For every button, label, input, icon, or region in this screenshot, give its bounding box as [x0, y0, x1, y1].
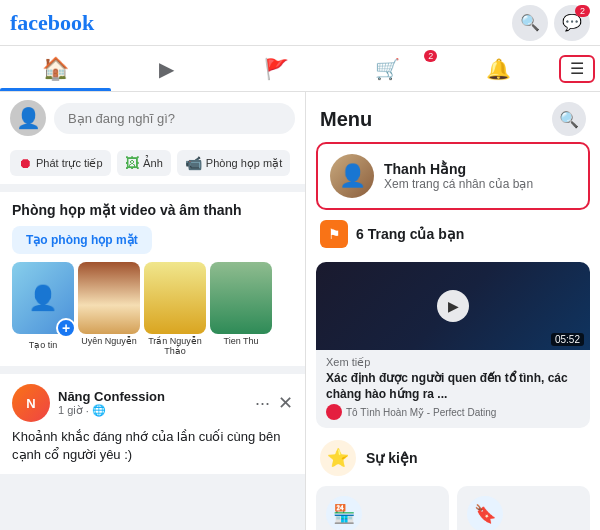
tab-home[interactable]: 🏠 [0, 46, 111, 91]
search-icon-button[interactable]: 🔍 [512, 5, 548, 41]
story-item-1[interactable]: Uyên Nguyễn [78, 262, 140, 356]
tab-watch[interactable]: ▶ [111, 46, 222, 91]
pages-icon: ⚑ [320, 220, 348, 248]
tab-bell[interactable]: 🔔 [443, 46, 554, 91]
menu-search-button[interactable]: 🔍 [552, 102, 586, 136]
profile-avatar: 👤 [330, 154, 374, 198]
messenger-badge: 2 [575, 5, 590, 17]
story-name-3: Tien Thu [210, 336, 272, 346]
tab-marketplace[interactable]: 🛒 2 [332, 46, 443, 91]
profile-item[interactable]: 👤 Thanh Hằng Xem trang cá nhân của bạn [316, 142, 590, 210]
post-time-icon: · [86, 405, 89, 417]
left-panel: 👤 ⏺ Phát trực tiếp 🖼 Ảnh 📹 Phòng họp mặt… [0, 92, 305, 530]
menu-item-saved[interactable]: 🔖 Đã lưu 9 mới [457, 486, 590, 530]
post-page-name: Năng Confession [58, 389, 247, 404]
saved-icon: 🔖 [467, 496, 503, 530]
tab-menu[interactable]: ☰ [554, 46, 600, 91]
story-name-1: Uyên Nguyễn [78, 336, 140, 346]
globe-icon: 🌐 [92, 404, 106, 417]
user-avatar: 👤 [10, 100, 46, 136]
profile-info: Thanh Hằng Xem trang cá nhân của bạn [384, 161, 533, 191]
events-label: Sự kiện [366, 450, 417, 466]
post-avatar: N [12, 384, 50, 422]
status-input[interactable] [54, 103, 295, 134]
marketplace-icon: 🏪 [326, 496, 362, 530]
more-options-icon[interactable]: ··· [255, 393, 270, 414]
video-source: Tô Tình Hoàn Mỹ - Perfect Dating [346, 407, 496, 418]
tab-flag[interactable]: 🚩 [222, 46, 333, 91]
menu-title: Menu [320, 108, 372, 131]
facebook-logo: facebook [10, 10, 94, 36]
story-item-2[interactable]: Trần Nguyễn Thảo [144, 262, 206, 356]
video-label: Xem tiếp [326, 356, 580, 369]
post-time: 1 giờ [58, 404, 83, 417]
post-text: Khoảnh khắc đáng nhớ của lần cuối cùng b… [12, 428, 293, 464]
create-room-button[interactable]: Tạo phòng họp mặt [12, 226, 152, 254]
play-button[interactable]: ▶ [437, 290, 469, 322]
room-button[interactable]: 📹 Phòng họp mặt [177, 150, 290, 176]
story-name-2: Trần Nguyễn Thảo [144, 336, 206, 356]
video-section-title: Phòng họp mặt video và âm thanh [12, 202, 293, 218]
pages-title: 6 Trang của bạn [356, 226, 464, 242]
create-story-item[interactable]: 👤 + Tạo tin [12, 262, 74, 356]
profile-name: Thanh Hằng [384, 161, 533, 177]
create-story-label: Tạo tin [12, 340, 74, 350]
menu-item-marketplace[interactable]: 🏪 Marketplace 9 mới [316, 486, 449, 530]
profile-sub: Xem trang cá nhân của bạn [384, 177, 533, 191]
photo-button[interactable]: 🖼 Ảnh [117, 150, 171, 176]
events-icon: ⭐ [320, 440, 356, 476]
events-item[interactable]: ⭐ Sự kiện [306, 436, 600, 482]
story-item-3[interactable]: Tien Thu [210, 262, 272, 356]
post-card: N Năng Confession 1 giờ · 🌐 ··· ✕ Khoảnh… [0, 374, 305, 474]
messenger-icon-button[interactable]: 💬 2 [554, 5, 590, 41]
video-duration: 05:52 [551, 333, 584, 346]
video-title: Xác định được người quen đến tổ tình, cá… [326, 371, 580, 402]
live-button[interactable]: ⏺ Phát trực tiếp [10, 150, 111, 176]
video-preview[interactable]: ▶ 05:52 Xem tiếp Xác định được người que… [316, 262, 590, 428]
marketplace-badge: 2 [424, 50, 437, 62]
source-avatar [326, 404, 342, 420]
close-icon[interactable]: ✕ [278, 392, 293, 414]
right-panel: Menu 🔍 👤 Thanh Hằng Xem trang cá nhân củ… [305, 92, 600, 530]
